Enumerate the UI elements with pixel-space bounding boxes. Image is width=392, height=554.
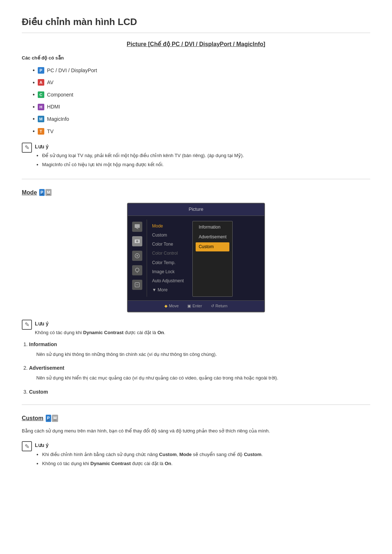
m-badge: M — [45, 189, 52, 196]
icon-t: T — [38, 128, 44, 135]
note-label-3: Lưu ý — [35, 441, 263, 449]
osd-item-autoadj: Auto Adjustment — [152, 276, 184, 286]
svg-point-6 — [135, 268, 139, 272]
mode-tv-label: TV — [47, 127, 54, 135]
list-item: C Component — [33, 90, 370, 99]
available-modes-label: Các chế độ có sẵn — [22, 54, 370, 62]
osd-footer-move: ◆ Move — [164, 303, 179, 309]
osd-sub-information: Information — [196, 223, 229, 232]
note-list-3: Khi điều chỉnh hình ảnh bằng cách sử dụn… — [35, 451, 263, 468]
mode-section-header: Mode P M — [22, 188, 370, 197]
note-box-1: ✎ Lưu ý Để sử dụng loại TV này, phải kết… — [22, 143, 370, 170]
mode-component-label: Component — [47, 91, 73, 99]
note-icon-3: ✎ — [22, 441, 32, 451]
osd-footer-return: ↺ Return — [211, 303, 228, 309]
divider-2 — [22, 405, 370, 405]
custom-pm-badge: P M — [46, 415, 58, 422]
custom-section-header: Custom P M — [22, 414, 370, 423]
icon-a: A — [38, 79, 44, 86]
osd-item-mode: Mode — [152, 222, 184, 231]
note-icon-1: ✎ — [22, 143, 32, 153]
osd-menu-items: Mode Custom Color Tone Color Control Col… — [147, 219, 189, 297]
osd-icon-item-2 — [132, 251, 142, 261]
bold-dynamic-contrast: Dynamic Contrast — [83, 330, 123, 335]
item-title-advertisement: Advertisement — [29, 365, 64, 371]
list-item: Để sử dụng loại TV này, phải kết nối một… — [42, 152, 244, 160]
numbered-item-2: Advertisement Nên sử dụng khi hiển thị c… — [29, 364, 370, 382]
svg-rect-0 — [135, 224, 140, 228]
icon-c: C — [38, 91, 44, 98]
note-text-2: Không có tác dụng khi Dynamic Contrast đ… — [35, 329, 165, 337]
osd-menu: Picture — [127, 203, 265, 312]
osd-footer-return-label: Return — [216, 303, 228, 309]
p-badge: P — [39, 189, 45, 196]
mode-title: Mode — [22, 188, 37, 197]
osd-footer-enter: ▣ Enter — [187, 303, 202, 309]
item-desc-information: Nên sử dụng khi thông tin những thông ti… — [36, 351, 370, 358]
osd-item-imagelock: Image Lock — [152, 267, 184, 276]
osd-footer-enter-label: Enter — [192, 303, 202, 309]
note-box-2: ✎ Lưu ý Không có tác dụng khi Dynamic Co… — [22, 320, 370, 337]
osd-item-colortemp: Color Temp. — [152, 258, 184, 267]
modes-list: P PC / DVI / DisplayPort A AV C Componen… — [22, 66, 370, 136]
divider-1 — [22, 179, 370, 179]
mode-av-label: AV — [47, 78, 54, 86]
list-item: P PC / DVI / DisplayPort — [33, 66, 370, 75]
bold-on: On — [158, 330, 164, 335]
svg-line-1 — [136, 228, 138, 229]
osd-footer: ◆ Move ▣ Enter ↺ Return — [128, 300, 264, 312]
osd-sub-advertisement: Advertisement — [196, 233, 229, 242]
osd-item-colortone: Color Tone — [152, 240, 184, 249]
osd-submenu: Information Advertisement Custom — [192, 221, 233, 297]
custom-description: Bằng cách sử dụng menu trên màn hình, bạ… — [22, 427, 370, 435]
numbered-item-3: Custom — [29, 388, 370, 396]
list-item: A AV — [33, 78, 370, 87]
page-title: Điều chỉnh màn hình LCD — [22, 15, 370, 33]
osd-footer-move-label: Move — [169, 303, 179, 309]
item-title-custom: Custom — [29, 389, 48, 395]
osd-sub-custom: Custom — [196, 242, 229, 251]
pm-badge: P M — [39, 189, 52, 196]
list-item: MagicInfo chỉ có hiệu lực khi một hộp mạ… — [42, 161, 244, 169]
item-desc-advertisement: Nên sử dụng khi hiển thị các mục quảng c… — [36, 374, 370, 382]
mode-pc-label: PC / DVI / DisplayPort — [47, 66, 97, 74]
osd-icons-column — [128, 219, 147, 297]
osd-icon-item-3 — [132, 265, 142, 275]
svg-point-3 — [136, 240, 138, 242]
osd-icon-item-active — [132, 236, 142, 246]
mode-numbered-list: Information Nên sử dụng khi thông tin nh… — [22, 340, 370, 396]
osd-icon-item-4 — [132, 280, 142, 290]
list-item: M MagicInfo — [33, 114, 370, 124]
osd-container: Picture — [22, 203, 370, 312]
osd-title-bar: Picture — [128, 204, 264, 216]
osd-item-more: ▼ More — [152, 286, 184, 295]
numbered-item-1: Information Nên sử dụng khi thông tin nh… — [29, 340, 370, 358]
note-content-1: Lưu ý Để sử dụng loại TV này, phải kết n… — [35, 143, 244, 170]
custom-m-badge: M — [52, 415, 58, 422]
osd-item-colorcontrol: Color Control — [152, 249, 184, 258]
mode-hdmi-label: HDMI — [47, 103, 60, 111]
osd-item-custom: Custom — [152, 231, 184, 240]
svg-point-5 — [136, 255, 138, 257]
note-icon-2: ✎ — [22, 320, 32, 330]
note-box-3: ✎ Lưu ý Khi điều chỉnh hình ảnh bằng các… — [22, 441, 370, 469]
picture-section-title: Picture [Chế độ PC / DVI / DisplayPort /… — [22, 40, 370, 49]
icon-h: H — [38, 104, 44, 110]
custom-p-badge: P — [46, 415, 51, 422]
item-title-information: Information — [29, 341, 57, 347]
list-item: Khi điều chỉnh hình ảnh bằng cách sử dụn… — [42, 451, 263, 459]
mode-magicinfo-label: MagicInfo — [47, 115, 69, 123]
note-content-2: Lưu ý Không có tác dụng khi Dynamic Cont… — [35, 320, 165, 337]
note-content-3: Lưu ý Khi điều chỉnh hình ảnh bằng cách … — [35, 441, 263, 469]
note-label-2: Lưu ý — [35, 320, 165, 328]
list-item: Không có tác dụng khi Dynamic Contrast đ… — [42, 460, 263, 468]
note-list-1: Để sử dụng loại TV này, phải kết nối một… — [35, 152, 244, 169]
list-item: T TV — [33, 127, 370, 136]
osd-body: Mode Custom Color Tone Color Control Col… — [128, 216, 264, 301]
icon-m: M — [38, 116, 44, 122]
custom-title: Custom — [22, 414, 44, 423]
list-item: H HDMI — [33, 102, 370, 112]
osd-content-area: Mode Custom Color Tone Color Control Col… — [147, 219, 233, 297]
osd-icon-item — [132, 222, 142, 232]
icon-p: P — [38, 67, 44, 74]
